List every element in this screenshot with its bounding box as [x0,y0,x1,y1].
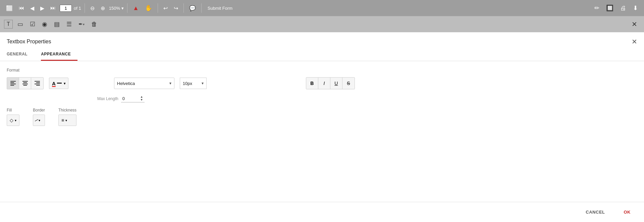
bottom-bar: CANCEL OK [0,202,644,222]
separator-4 [183,3,184,13]
thickness-icon: ≡ [61,118,64,123]
svg-rect-3 [10,85,14,86]
font-selector[interactable]: Helvetica ▾ [114,78,174,89]
checkbox-btn[interactable]: ☑ [28,19,37,29]
svg-rect-9 [36,82,40,83]
tab-general[interactable]: GENERAL [7,48,34,61]
color-section: Fill ◇ ▾ Border / ▾ Thickness ≡ ▾ [7,108,637,126]
zoom-out-btn[interactable]: ⊖ [88,4,97,13]
size-value: 10px [183,81,200,86]
page-input[interactable]: 1 [60,5,72,12]
zoom-value: 150% [109,6,120,11]
stamp-btn[interactable]: 🔲 [604,3,615,13]
max-length-arrows: ▲ ▼ [140,95,143,101]
align-center-btn[interactable] [19,78,31,89]
svg-rect-5 [23,82,27,83]
folder-btn[interactable]: ⬜ [4,4,15,13]
listbox-btn[interactable]: ▤ [52,19,62,29]
svg-rect-4 [22,81,28,82]
fill-icon: ◇ [10,118,13,123]
select-tool-btn[interactable]: ▲ [131,3,141,13]
print-btn[interactable]: 🖨 [618,3,628,13]
panel-title: Textbox Properties [7,39,51,45]
panel-header: Textbox Properties ✕ [0,32,644,46]
thickness-label: Thickness [58,108,76,113]
text-color-btn[interactable]: A ▾ [49,78,68,89]
separator-2 [127,3,127,13]
main-panel: Textbox Properties ✕ GENERAL APPEARANCE … [0,32,644,222]
text-format-group: B I U S [306,77,355,89]
svg-rect-1 [10,82,14,83]
format-row-1: A ▾ Helvetica ▾ 10px ▾ B I U S [7,77,637,89]
content-area: Format A ▾ [0,61,644,202]
svg-rect-0 [10,81,16,82]
radio-btn[interactable]: ◉ [40,19,49,29]
max-length-label: Max Length [97,96,118,101]
svg-rect-2 [10,84,16,84]
toolbar-right: ✏ 🔲 🖨 ⬇ [592,3,640,13]
page-total: of 1 [74,6,81,11]
align-left-btn[interactable] [7,78,19,89]
prev-page-btn[interactable]: ◀ [28,4,36,13]
delete-btn[interactable]: 🗑 [89,19,99,29]
fill-btn[interactable]: ◇ ▾ [7,115,19,126]
zoom-selector[interactable]: 150% ▾ [109,6,124,11]
size-dropdown-arrow: ▾ [202,81,204,86]
last-page-btn[interactable]: ⏭ [48,4,58,12]
fill-label: Fill [7,108,19,113]
bold-btn[interactable]: B [306,78,318,89]
max-length-control: 0 ▲ ▼ [121,95,145,102]
separator-5 [201,3,202,13]
zoom-in-btn[interactable]: ⊕ [99,4,107,13]
max-length-row: Max Length 0 ▲ ▼ [97,95,145,102]
first-page-btn[interactable]: ⏮ [17,4,26,12]
edit-btn[interactable]: ✏ [592,3,601,13]
ok-button[interactable]: OK [619,207,636,217]
svg-rect-8 [35,81,40,82]
max-length-value: 0 [122,96,140,101]
svg-rect-11 [36,85,40,86]
border-icon: / [34,118,39,123]
thickness-item: Thickness ≡ ▾ [58,108,76,126]
border-label: Border [33,108,45,113]
strikethrough-btn[interactable]: S [342,78,355,89]
input-field-btn[interactable]: ▭ [15,19,25,29]
underline-btn[interactable]: U [330,78,342,89]
top-toolbar: ⬜ ⏮ ◀ ▶ ⏭ 1 of 1 ⊖ ⊕ 150% ▾ ▲ ✋ ↩ ↪ 💬 Su… [0,0,644,16]
submit-form-label: Submit Form [208,6,232,11]
hand-tool-btn[interactable]: ✋ [143,3,154,13]
text-field-btn[interactable]: T [4,20,13,29]
separator-1 [85,3,85,13]
tab-bar: GENERAL APPEARANCE [0,48,644,61]
second-toolbar-close-btn[interactable]: ✕ [629,19,640,30]
comment-btn[interactable]: 💬 [187,4,198,13]
svg-rect-7 [23,85,27,86]
thickness-btn[interactable]: ≡ ▾ [58,115,76,126]
second-toolbar: T ▭ ☑ ◉ ▤ ☰ ✒ ▾ 🗑 ✕ [0,16,644,32]
align-group [7,77,44,89]
max-length-down-btn[interactable]: ▼ [140,98,143,101]
text-color-swatch [57,83,62,84]
font-dropdown-arrow: ▾ [169,81,171,86]
border-item: Border / ▾ [33,108,45,126]
download-btn[interactable]: ⬇ [631,3,640,13]
italic-btn[interactable]: I [318,78,330,89]
redo-btn[interactable]: ↪ [172,4,180,13]
panel-close-btn[interactable]: ✕ [632,38,637,46]
undo-btn[interactable]: ↩ [161,4,170,13]
svg-rect-6 [22,84,28,84]
list-btn[interactable]: ☰ [64,19,74,29]
tab-appearance[interactable]: APPEARANCE [41,48,77,61]
zoom-arrow: ▾ [121,6,124,11]
fill-arrow: ▾ [15,119,16,122]
next-page-btn[interactable]: ▶ [38,4,46,13]
thickness-arrow: ▾ [65,119,67,122]
text-color-icon: A [52,81,56,86]
cancel-button[interactable]: CANCEL [580,207,610,217]
text-color-arrow: ▾ [64,82,65,85]
size-selector[interactable]: 10px ▾ [180,78,207,89]
signature-btn[interactable]: ✒ ▾ [76,20,87,29]
align-right-btn[interactable] [31,78,43,89]
border-btn[interactable]: / ▾ [33,115,45,126]
svg-rect-10 [35,84,40,84]
